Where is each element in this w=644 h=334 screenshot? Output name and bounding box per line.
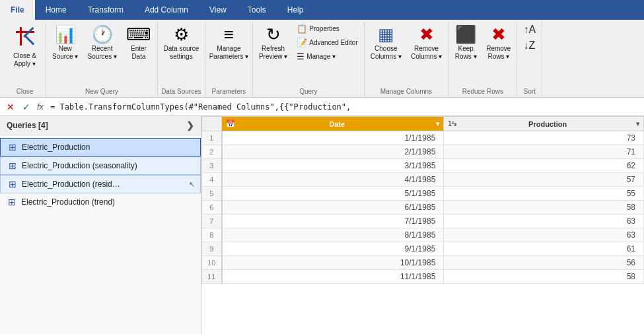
query-item-electric-production[interactable]: ⊞ Electric_Production	[0, 138, 201, 156]
query-item-seasonality[interactable]: ⊞ Electric_Production (seasonality)	[0, 156, 201, 175]
data-area: 📅 Date ▾ 1²₃ Production ▾	[201, 116, 644, 334]
tab-transform[interactable]: Transform	[77, 0, 134, 20]
grid-container[interactable]: 📅 Date ▾ 1²₃ Production ▾	[201, 116, 644, 334]
table-row: 10 10/1/1985 56	[202, 256, 644, 270]
table-row: 5 5/1/1985 55	[202, 187, 644, 201]
reduce-rows-group-label: Reduce Rows	[462, 88, 503, 97]
date-cell: 5/1/1985	[222, 187, 444, 201]
refresh-preview-label: RefreshPreview ▾	[259, 45, 287, 61]
row-number[interactable]: 6	[202, 201, 222, 215]
date-column-dropdown-icon[interactable]: ▾	[436, 120, 439, 127]
production-cell: 58	[444, 270, 644, 284]
row-number[interactable]: 8	[202, 228, 222, 242]
query-item-label: Electric_Production (seasonality)	[22, 161, 137, 170]
row-number[interactable]: 5	[202, 187, 222, 201]
corner-cell	[202, 117, 222, 131]
advanced-editor-icon: 📝	[297, 38, 307, 48]
date-cell: 6/1/1985	[222, 201, 444, 215]
tab-tools[interactable]: Tools	[237, 0, 277, 20]
query-item-icon: ⊞	[9, 142, 17, 152]
ribbon-group-query: ↻ RefreshPreview ▾ 📋 Properties 📝 Advanc…	[253, 22, 365, 97]
sort-desc-button[interactable]: ↓Z	[520, 38, 538, 53]
recent-sources-button[interactable]: 🕐 RecentSources ▾	[84, 22, 120, 63]
table-row: 4 4/1/1985 57	[202, 173, 644, 187]
sort-asc-button[interactable]: ↑A	[520, 22, 539, 37]
manage-button[interactable]: ☰ Manage ▾	[293, 50, 361, 63]
row-number[interactable]: 9	[202, 242, 222, 256]
date-column-header[interactable]: 📅 Date ▾	[222, 117, 444, 131]
production-column-dropdown-icon[interactable]: ▾	[636, 120, 639, 127]
remove-columns-label: RemoveColumns ▾	[411, 45, 442, 61]
data-source-settings-button[interactable]: ⚙ Data sourcesettings	[161, 22, 201, 63]
grid-body: 1 1/1/1985 73 2 2/1/1985 71 3 3/1/1985 6…	[202, 131, 644, 284]
query-item-trend[interactable]: ⊞ Electric_Production (trend)	[0, 193, 201, 211]
ribbon-group-close: Close & Apply ▾ Close	[4, 22, 46, 97]
close-group-label: Close	[17, 88, 34, 97]
query-item-icon: ⊞	[8, 197, 16, 207]
production-column-header[interactable]: 1²₃ Production ▾	[444, 117, 644, 131]
date-cell: 3/1/1985	[222, 159, 444, 173]
row-number[interactable]: 1	[202, 131, 222, 145]
new-source-button[interactable]: 📊 NewSource ▾	[49, 22, 81, 63]
choose-columns-button[interactable]: ▦ ChooseColumns ▾	[367, 22, 405, 63]
date-cell: 1/1/1985	[222, 131, 444, 145]
tab-file[interactable]: File	[0, 0, 35, 20]
data-source-settings-label: Data sourcesettings	[163, 45, 199, 61]
tab-add-column[interactable]: Add Column	[134, 0, 199, 20]
recent-sources-label: RecentSources ▾	[87, 45, 116, 61]
manage-parameters-button[interactable]: ≡ ManageParameters ▾	[209, 22, 248, 63]
remove-rows-icon: ✖	[491, 24, 506, 45]
row-number[interactable]: 3	[202, 159, 222, 173]
remove-columns-button[interactable]: ✖ RemoveColumns ▾	[408, 22, 445, 63]
new-source-icon: 📊	[55, 24, 76, 45]
ribbon-group-new-query: 📊 NewSource ▾ 🕐 RecentSources ▾ ⌨ EnterD…	[46, 22, 158, 97]
ribbon-group-parameters: ≡ ManageParameters ▾ Parameters	[205, 22, 253, 97]
remove-columns-icon: ✖	[419, 24, 434, 45]
ribbon-group-data-sources: ⚙ Data sourcesettings Data Sources	[158, 22, 205, 97]
manage-parameters-icon: ≡	[224, 24, 234, 45]
collapse-button[interactable]: ❯	[186, 120, 194, 131]
production-column-label: Production	[459, 120, 636, 128]
choose-columns-icon: ▦	[378, 24, 394, 45]
enter-data-button[interactable]: ⌨ EnterData	[123, 22, 155, 63]
refresh-preview-icon: ↻	[266, 24, 281, 45]
row-number[interactable]: 4	[202, 173, 222, 187]
production-cell: 57	[444, 173, 644, 187]
tab-bar: File Home Transform Add Column View Tool…	[0, 0, 644, 20]
formula-confirm-button[interactable]: ✓	[20, 100, 33, 114]
svg-rect-0	[16, 31, 34, 33]
sort-desc-icon: ↓Z	[523, 40, 535, 51]
tab-home[interactable]: Home	[35, 0, 77, 20]
manage-columns-group-label: Manage Columns	[380, 88, 432, 97]
row-number[interactable]: 10	[202, 256, 222, 270]
properties-button[interactable]: 📋 Properties	[293, 22, 361, 35]
query-item-label: Electric_Production	[22, 143, 90, 152]
keep-rows-icon: ⬛	[455, 24, 476, 45]
keep-rows-button[interactable]: ⬛ KeepRows ▾	[451, 22, 480, 63]
close-apply-button[interactable]: Close & Apply ▾	[8, 22, 42, 70]
query-item-residual[interactable]: ⊞ Electric_Production (resid… ↖	[0, 175, 201, 193]
manage-parameters-label: ManageParameters ▾	[209, 45, 248, 61]
advanced-editor-button[interactable]: 📝 Advanced Editor	[293, 36, 361, 49]
manage-label: Manage ▾	[306, 53, 336, 60]
new-query-group-label: New Query	[85, 88, 118, 97]
refresh-preview-button[interactable]: ↻ RefreshPreview ▾	[256, 22, 291, 63]
sort-asc-icon: ↑A	[523, 24, 536, 36]
tab-help[interactable]: Help	[277, 0, 314, 20]
tab-view[interactable]: View	[199, 0, 237, 20]
enter-data-icon: ⌨	[126, 24, 151, 45]
properties-icon: 📋	[297, 24, 307, 34]
row-number[interactable]: 7	[202, 215, 222, 228]
row-number[interactable]: 11	[202, 270, 222, 284]
production-type-label: 1²₃	[448, 120, 456, 127]
date-type-icon: 📅	[226, 119, 235, 128]
row-number[interactable]: 2	[202, 145, 222, 159]
query-item-label: Electric_Production (trend)	[21, 197, 115, 207]
remove-rows-button[interactable]: ✖ RemoveRows ▾	[483, 22, 514, 63]
formula-cancel-button[interactable]: ✕	[4, 100, 17, 114]
table-row: 6 6/1/1985 58	[202, 201, 644, 215]
remove-rows-label: RemoveRows ▾	[486, 45, 511, 61]
queries-title: Queries [4]	[7, 121, 48, 130]
ribbon-group-manage-columns: ▦ ChooseColumns ▾ ✖ RemoveColumns ▾ Mana…	[365, 22, 449, 97]
ribbon-group-reduce-rows: ⬛ KeepRows ▾ ✖ RemoveRows ▾ Reduce Rows	[448, 22, 517, 97]
